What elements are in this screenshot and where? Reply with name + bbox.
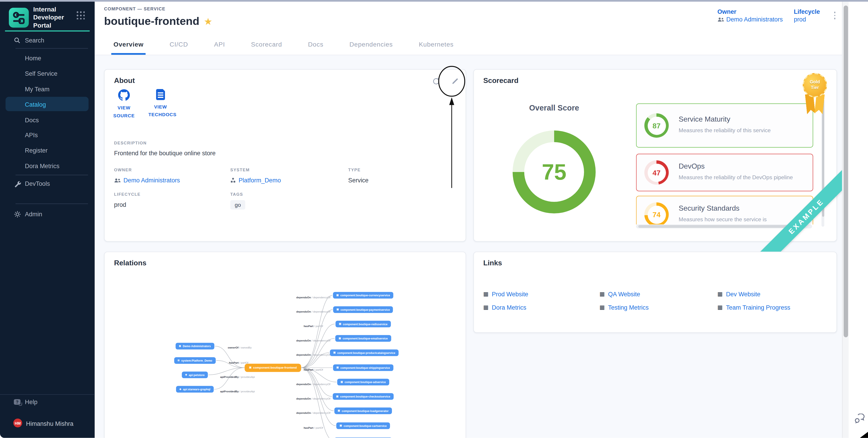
page-scrollbar-thumb[interactable] bbox=[843, 5, 848, 337]
score-desc: Measures the reliability of the DevOps p… bbox=[679, 174, 793, 180]
user-name[interactable]: Himanshu Mishra bbox=[26, 420, 73, 427]
tag-chip-go[interactable]: go bbox=[230, 200, 245, 210]
favorite-star-icon[interactable]: ★ bbox=[204, 16, 212, 26]
sidebar-item-label: APIs bbox=[25, 132, 38, 138]
tab-scorecard[interactable]: Scorecard bbox=[251, 33, 282, 55]
tab-docs[interactable]: Docs bbox=[308, 33, 323, 55]
graph-node-right-1[interactable]: ▣component:boutique-paymentservice bbox=[333, 306, 393, 313]
sidebar-divider bbox=[16, 175, 88, 175]
sidebar-item-label: Search bbox=[25, 37, 44, 44]
kebab-menu-icon[interactable] bbox=[832, 11, 837, 19]
score-item-security-standards[interactable]: 74 Security Standards Measures how secur… bbox=[636, 196, 813, 225]
graph-node-label: Demo Administrators bbox=[183, 345, 211, 347]
link-label: Prod Website bbox=[492, 291, 528, 297]
graph-edge bbox=[301, 368, 332, 396]
sidebar-item-label: My Team bbox=[25, 86, 50, 92]
user-avatar[interactable]: HM bbox=[13, 418, 22, 427]
graph-node-left-0[interactable]: ◉Demo Administrators bbox=[176, 343, 214, 349]
graph-node-left-2[interactable]: ◈api:petstore bbox=[182, 372, 208, 378]
graph-node-right-3[interactable]: ▣component:boutique-emailservice bbox=[335, 335, 391, 342]
refresh-icon[interactable] bbox=[432, 77, 440, 86]
graph-node-right-4[interactable]: ▣component:boutique-productcatalogservic… bbox=[330, 349, 399, 356]
sidebar-item-register[interactable]: Register bbox=[0, 145, 95, 155]
link-team-training-progress[interactable]: ▦Team Training Progress bbox=[717, 304, 826, 311]
sidebar-item-home[interactable]: Home bbox=[0, 53, 95, 63]
graph-node-right-2[interactable]: ▣component:boutique-redisservice bbox=[336, 321, 391, 327]
owner-entity-link[interactable]: Demo Administrators bbox=[124, 177, 180, 183]
score-name: DevOps bbox=[679, 162, 705, 170]
graph-node-left-1[interactable]: ⊞system:Platform_Demo bbox=[174, 357, 216, 364]
score-item-devops[interactable]: 47 DevOps Measures the reliability of th… bbox=[636, 154, 813, 191]
score-ring: 87 bbox=[645, 113, 669, 138]
dashboard-icon: ▦ bbox=[483, 291, 489, 297]
graph-node-label: api:petstore bbox=[189, 374, 205, 376]
sidebar-item-apis[interactable]: APIs bbox=[0, 130, 95, 140]
sidebar-divider bbox=[16, 203, 88, 204]
owner-value[interactable]: Demo Administrators bbox=[717, 16, 783, 23]
graph-node-right-10[interactable]: ▣ bbox=[335, 438, 392, 438]
sidebar-item-my-team[interactable]: My Team bbox=[0, 84, 95, 94]
sidebar-item-self-service[interactable]: Self Service bbox=[0, 68, 95, 78]
view-source-label: VIEW SOURCE bbox=[112, 104, 136, 120]
entity-tabs: Overview CI/CD API Scorecard Docs Depend… bbox=[95, 33, 842, 55]
system-entity-link[interactable]: Platform_Demo bbox=[239, 177, 281, 183]
link-label: Dora Metrics bbox=[492, 304, 527, 311]
link-dora-metrics[interactable]: ▦Dora Metrics bbox=[483, 304, 600, 311]
overall-score-donut: 75 bbox=[513, 130, 595, 213]
score-desc: Measures how secure the service is bbox=[679, 216, 767, 223]
apps-grid-icon[interactable] bbox=[76, 10, 85, 19]
view-source-link[interactable]: VIEW SOURCE bbox=[108, 89, 140, 120]
sidebar-item-admin[interactable]: Admin bbox=[0, 209, 95, 219]
graph-node-right-6[interactable]: ▣component:boutique-adservice bbox=[337, 379, 389, 385]
help-chat-icon: ? bbox=[13, 398, 21, 406]
graph-node-right-5[interactable]: ▣component:boutique-shippingservice bbox=[333, 364, 393, 371]
graph-edge-label: dependsOn / dependencyOf bbox=[296, 383, 330, 385]
graph-node-right-0[interactable]: ▣component:boutique-currencyservice bbox=[333, 292, 394, 299]
scrollbar-thumb[interactable] bbox=[638, 225, 789, 228]
edit-pencil-icon[interactable] bbox=[450, 77, 459, 86]
system-field-label: SYSTEM bbox=[230, 167, 341, 172]
graph-node-right-9[interactable]: ▣component:boutique-cartservice bbox=[336, 423, 390, 429]
owner-link: Demo Administrators bbox=[726, 16, 783, 23]
tab-kubernetes[interactable]: Kubernetes bbox=[419, 33, 454, 55]
owner-field-value: Demo Administrators bbox=[114, 177, 225, 183]
sidebar-item-dora-metrics[interactable]: Dora Metrics bbox=[0, 161, 95, 171]
link-prod-website[interactable]: ▦Prod Website bbox=[483, 291, 600, 297]
sidebar-item-catalog[interactable]: Catalog bbox=[0, 99, 95, 109]
badge-line1: Gold bbox=[810, 79, 820, 85]
sidebar-item-help[interactable]: ? Help bbox=[0, 397, 95, 407]
score-value: 87 bbox=[645, 113, 669, 138]
link-qa-website[interactable]: ▦QA Website bbox=[599, 291, 717, 297]
sidebar-item-label: Dora Metrics bbox=[25, 163, 60, 169]
tab-cicd[interactable]: CI/CD bbox=[169, 33, 188, 55]
tab-overview[interactable]: Overview bbox=[114, 33, 144, 55]
graph-node-label: component:boutique-loadgenerator bbox=[342, 409, 389, 412]
score-item-service-maturity[interactable]: 87 Service Maturity Measures the reliabi… bbox=[636, 103, 813, 147]
graph-node-label: api:starwars-graphql bbox=[183, 388, 211, 391]
graph-node-right-7[interactable]: ▣component:boutique-checkoutservice bbox=[333, 393, 394, 400]
graph-edge-label: dependsOn / dependencyOf bbox=[296, 411, 330, 414]
search-icon bbox=[13, 36, 21, 44]
relations-card: Relations ▣component:boutique-frontend◉D… bbox=[104, 251, 466, 438]
sidebar-item-devtools[interactable]: DevTools bbox=[0, 178, 95, 189]
score-ring: 47 bbox=[645, 160, 669, 184]
sidebar-item-docs[interactable]: Docs bbox=[0, 115, 95, 125]
links-card-title: Links bbox=[483, 259, 502, 267]
entity-kind-icon: ⊞ bbox=[178, 359, 180, 362]
lifecycle-field-label: LIFECYCLE bbox=[114, 192, 225, 197]
link-dev-website[interactable]: ▦Dev Website bbox=[717, 291, 826, 297]
view-techdocs-link[interactable]: VIEW TECHDOCS bbox=[145, 89, 177, 119]
graph-node-right-8[interactable]: ▣component:boutique-loadgenerator bbox=[335, 407, 392, 414]
graph-node-left-3[interactable]: ◈api:starwars-graphql bbox=[176, 386, 214, 393]
dashboard-icon: ▦ bbox=[483, 305, 489, 310]
graph-node-center[interactable]: ▣component:boutique-frontend bbox=[245, 364, 301, 372]
graph-edge bbox=[301, 368, 336, 426]
entity-kind-icon: ▣ bbox=[249, 366, 251, 369]
chat-widget-icon[interactable] bbox=[854, 413, 865, 426]
tab-api[interactable]: API bbox=[214, 33, 225, 55]
sidebar-item-search[interactable]: Search bbox=[0, 35, 95, 45]
entity-kind-icon: ▣ bbox=[338, 409, 340, 412]
tab-dependencies[interactable]: Dependencies bbox=[349, 33, 393, 55]
link-testing-metrics[interactable]: ▦Testing Metrics bbox=[599, 304, 717, 311]
score-desc: Measures the reliability of this service bbox=[679, 127, 771, 133]
